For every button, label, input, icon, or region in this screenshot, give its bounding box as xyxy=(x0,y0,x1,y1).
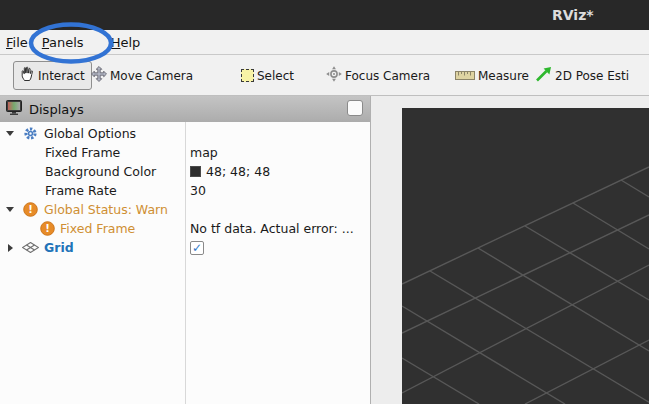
tool-move-camera[interactable]: Move Camera xyxy=(84,61,200,90)
svg-text:!: ! xyxy=(45,223,50,234)
warning-icon: ! xyxy=(40,221,55,236)
grid-enabled-value: ✓ xyxy=(185,241,370,255)
row-label: Global Options xyxy=(44,126,136,141)
check-icon: ✓ xyxy=(192,241,202,255)
displays-panel-header: Displays xyxy=(0,96,370,122)
frame-rate-value[interactable]: 30 xyxy=(185,183,370,198)
menu-panels[interactable]: Panels xyxy=(37,35,89,50)
displays-monitor-icon xyxy=(6,100,23,119)
green-pose-arrow-icon xyxy=(535,66,552,85)
color-swatch xyxy=(190,166,201,177)
row-label: Background Color xyxy=(45,164,156,179)
status-message: No tf data. Actual error: ... xyxy=(185,221,370,236)
row-label: Fixed Frame xyxy=(60,221,135,236)
menu-file[interactable]: File xyxy=(1,35,33,50)
tool-2d-pose-estimate[interactable]: 2D Pose Esti xyxy=(528,61,636,90)
tool-measure[interactable]: Measure xyxy=(448,61,536,90)
toolbar: Interact Move Camera Select Focus Camera… xyxy=(0,55,649,96)
main-area: Displays Global Options xyxy=(0,96,649,404)
menu-panels-mnemonic: P xyxy=(42,35,49,50)
fixed-frame-value[interactable]: map xyxy=(185,145,370,160)
tool-focus-camera[interactable]: Focus Camera xyxy=(319,61,437,90)
tool-focus-camera-label: Focus Camera xyxy=(345,69,430,83)
grid-icon xyxy=(22,242,39,253)
row-value-text: map xyxy=(190,145,218,160)
row-value-text: 30 xyxy=(190,183,206,198)
tool-measure-label: Measure xyxy=(478,69,529,83)
menu-panels-rest: anels xyxy=(49,35,84,50)
rviz-window: RViz* File Panels Help Interact Move Cam… xyxy=(0,0,649,404)
row-label: Global Status: Warn xyxy=(44,202,168,217)
hand-cursor-icon xyxy=(20,66,35,85)
tree-column-separator[interactable] xyxy=(185,122,186,404)
tool-move-camera-label: Move Camera xyxy=(110,69,193,83)
row-value-text: 48; 48; 48 xyxy=(206,164,270,179)
background-color-value[interactable]: 48; 48; 48 xyxy=(185,164,370,179)
collapse-arrow-icon[interactable] xyxy=(4,244,16,252)
menu-bar: File Panels Help xyxy=(0,30,649,55)
selection-box-icon xyxy=(241,69,254,82)
panel-float-button[interactable] xyxy=(347,100,363,116)
row-label: Grid xyxy=(44,240,74,255)
tool-select-label: Select xyxy=(257,69,294,83)
menu-help-mnemonic: H xyxy=(111,35,121,50)
checkbox-checked[interactable]: ✓ xyxy=(190,241,204,255)
expand-arrow-icon[interactable] xyxy=(4,131,16,136)
displays-panel: Displays Global Options xyxy=(0,96,371,404)
gear-icon xyxy=(22,126,39,141)
expand-arrow-icon[interactable] xyxy=(4,207,16,212)
displays-panel-title: Displays xyxy=(29,102,84,117)
tool-interact[interactable]: Interact xyxy=(13,61,92,90)
tool-2d-pose-estimate-label: 2D Pose Esti xyxy=(555,69,629,83)
3d-viewport[interactable] xyxy=(402,108,649,404)
menu-file-rest: ile xyxy=(13,35,28,50)
tool-select[interactable]: Select xyxy=(234,61,301,90)
window-title: RViz* xyxy=(552,0,594,30)
row-label: Fixed Frame xyxy=(45,145,120,160)
svg-text:!: ! xyxy=(28,204,33,215)
menu-help[interactable]: Help xyxy=(106,35,146,50)
row-value-text: No tf data. Actual error: ... xyxy=(190,221,354,236)
move-arrows-icon xyxy=(91,66,107,85)
warning-icon: ! xyxy=(22,202,39,217)
focus-crosshair-icon xyxy=(326,66,342,85)
menu-help-rest: elp xyxy=(120,35,140,50)
displays-tree: Global Options Fixed Frame map Backgroun… xyxy=(0,122,370,404)
title-bar: RViz* xyxy=(0,0,649,30)
ruler-icon xyxy=(455,69,475,83)
tool-interact-label: Interact xyxy=(38,69,85,83)
row-label: Frame Rate xyxy=(45,183,117,198)
viewport-render xyxy=(402,108,649,404)
